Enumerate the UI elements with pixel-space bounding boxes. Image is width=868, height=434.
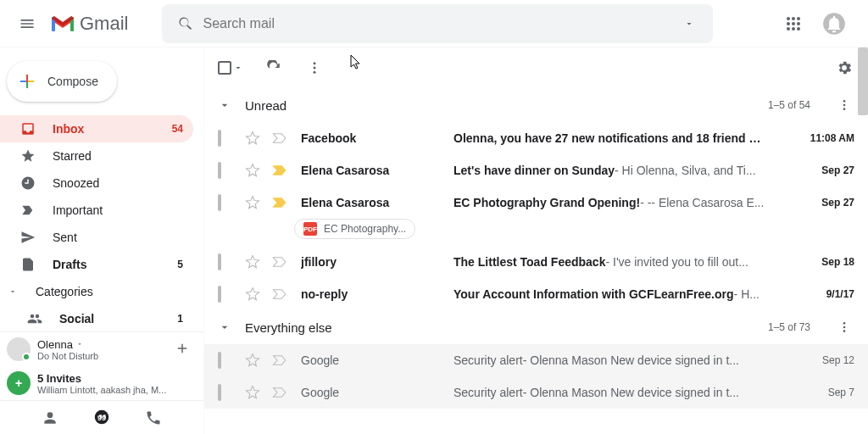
importance-marker[interactable] [272,256,289,268]
invites-title: 5 Invites [37,372,166,385]
importance-marker[interactable] [272,354,289,366]
star-button[interactable] [245,254,262,270]
compose-button[interactable]: Compose [7,61,117,102]
attachment-row: PDF EC Photography... [204,219,868,246]
email-row[interactable]: Google Security alert - Olenna Mason New… [204,344,868,376]
email-subject: Your Account Information with GCFLearnFr… [453,287,734,301]
phone-tab[interactable] [145,409,162,426]
add-contact-button[interactable] [175,341,190,356]
phone-icon [145,409,162,426]
sidebar-item-snoozed[interactable]: Snoozed [0,170,193,197]
more-vert-icon [307,60,322,75]
email-row[interactable]: Elena Casarosa EC Photography Grand Open… [204,186,868,219]
svg-rect-15 [28,81,34,82]
importance-marker[interactable] [272,132,289,144]
sidebar-count: 5 [177,259,183,270]
star-button[interactable] [245,385,262,400]
checkbox-icon [218,61,231,75]
main-menu-button[interactable] [7,3,47,44]
email-row[interactable]: Elena Casarosa Let's have dinner on Sund… [204,154,868,186]
plus-icon [175,341,190,356]
cursor-icon [350,54,362,70]
star-button[interactable] [245,131,262,146]
svg-point-2 [787,17,790,20]
row-checkbox[interactable] [218,196,235,209]
email-row[interactable]: Facebook Olenna, you have 27 new notific… [204,122,868,154]
sidebar-item-categories[interactable]: Categories [0,278,193,305]
importance-marker[interactable] [272,197,289,209]
importance-icon [272,132,287,144]
sidebar-item-social[interactable]: Social 1 [0,305,193,331]
chevron-down-icon[interactable] [218,320,231,334]
checkbox-icon [218,194,221,211]
section-header-unread[interactable]: Unread 1–5 of 54 [204,88,868,122]
select-all-checkbox[interactable] [218,61,243,75]
apps-grid-icon [786,16,801,31]
contacts-tab[interactable] [42,409,58,426]
email-subject: EC Photography Grand Opening! [453,196,640,209]
row-checkbox[interactable] [218,164,235,177]
sidebar-item-drafts[interactable]: Drafts 5 [0,251,193,278]
email-subject: Olenna, you have 27 new notifications an… [453,131,761,145]
hangouts-invites[interactable]: + 5 Invites William Lintott, aakash jha,… [0,366,203,400]
toolbar [204,47,868,88]
svg-rect-14 [20,81,26,82]
star-button[interactable] [245,163,262,178]
gmail-logo[interactable]: Gmail [51,13,128,35]
row-checkbox[interactable] [218,131,235,145]
section-header-else[interactable]: Everything else 1–5 of 73 [204,310,868,344]
email-row[interactable]: no-reply Your Account Information with G… [204,278,868,310]
gear-icon [836,59,853,76]
refresh-button[interactable] [264,60,284,75]
notifications-button[interactable] [817,7,851,41]
attachment-chip[interactable]: PDF EC Photography... [294,219,415,239]
avatar [7,337,31,361]
svg-point-5 [787,22,790,25]
search-options-dropdown[interactable] [672,19,706,29]
svg-point-9 [792,27,795,31]
sidebar-item-starred[interactable]: Starred [0,142,193,170]
importance-icon [272,197,287,209]
search-input[interactable] [203,16,672,31]
importance-marker[interactable] [272,164,289,176]
search-icon [169,15,203,32]
row-checkbox[interactable] [218,287,235,301]
more-button[interactable] [304,60,325,75]
importance-marker[interactable] [272,288,289,300]
star-button[interactable] [245,287,262,302]
email-subject: Security alert [453,386,523,399]
email-content: Your Account Information with GCFLearnFr… [453,287,795,301]
email-list[interactable]: Unread 1–5 of 54 Facebook Olenna, you ha… [204,88,868,434]
plus-icon [17,71,37,92]
caret-down-icon [8,287,20,296]
importance-marker[interactable] [272,387,289,398]
section-more-button[interactable] [834,98,854,112]
row-checkbox[interactable] [218,353,235,367]
sidebar-item-sent[interactable]: Sent [0,224,193,251]
sidebar-label: Starred [53,149,92,163]
star-button[interactable] [245,353,262,368]
chevron-down-icon[interactable] [218,98,231,112]
section-count: 1–5 of 73 [768,321,810,333]
row-checkbox[interactable] [218,255,235,269]
sidebar-item-inbox[interactable]: Inbox 54 [0,115,193,142]
person-add-icon: + [7,371,31,395]
star-button[interactable] [245,195,262,210]
svg-point-3 [792,17,795,20]
sidebar-item-important[interactable]: Important [0,197,193,224]
email-sender: jfillory [301,255,453,269]
email-date: Sep 18 [795,256,854,268]
settings-button[interactable] [834,59,854,76]
sidebar-label: Inbox [53,122,84,136]
row-checkbox[interactable] [218,386,235,399]
section-more-button[interactable] [834,320,854,334]
hangouts-tab[interactable]: 99 [92,409,111,427]
hangouts-footer: 99 [0,400,203,434]
svg-rect-13 [26,82,28,88]
email-row[interactable]: jfillory The Littlest Toad Feedback - I'… [204,246,868,278]
search-bar[interactable] [162,4,713,43]
apps-button[interactable] [776,7,810,41]
hangouts-user[interactable]: Olenna Do Not Disturb [0,332,203,366]
email-row[interactable]: Google Security alert - Olenna Mason New… [204,376,868,409]
inbox-icon [20,121,37,136]
